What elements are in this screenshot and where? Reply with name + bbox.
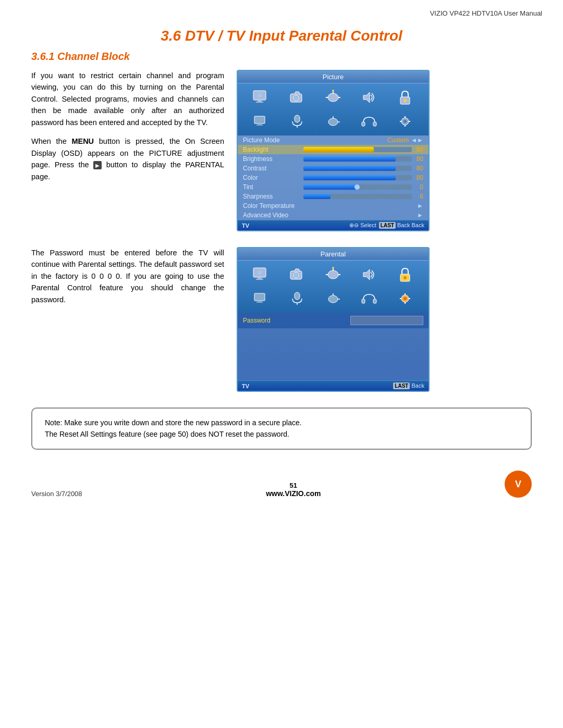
osd-screen-2: Parental <box>237 247 430 392</box>
paragraph2: When the MENU button is pressed, the On … <box>31 135 224 182</box>
svg-point-3 <box>258 93 262 97</box>
arrow-icon: ▶ <box>93 161 102 169</box>
svg-rect-49 <box>295 292 300 300</box>
osd1-icons-bottom <box>238 109 429 135</box>
svg-marker-12 <box>363 92 370 103</box>
osd2-footer-back-label: Back <box>412 382 424 389</box>
svg-point-14 <box>403 99 407 102</box>
svg-rect-16 <box>258 124 262 125</box>
svg-rect-47 <box>258 301 262 302</box>
osd2-spacer <box>238 328 429 380</box>
osd-icon-tv-small <box>250 112 273 131</box>
osd2-icon-lock <box>394 265 417 285</box>
svg-rect-33 <box>256 279 263 280</box>
osd2-icons-bottom <box>238 287 429 313</box>
main-content: 3.6 DTV / TV Input Parental Control 3.6.… <box>0 17 563 392</box>
osd1-row-advanced-video: Advanced Video ► <box>238 211 429 220</box>
svg-point-37 <box>295 274 298 277</box>
osd-icon-lock <box>394 88 417 107</box>
osd2-password-label: Password <box>243 317 350 324</box>
osd-screen-1: Picture <box>237 70 430 231</box>
osd-screen-1-container: Picture <box>237 70 532 231</box>
paragraph3: The Password must be entered before the … <box>31 247 224 305</box>
osd1-row-color: Color 80 <box>238 173 429 182</box>
osd-icon-dish-small <box>322 112 345 131</box>
osd2-icon-tv-small <box>250 289 273 309</box>
osd2-icons-top <box>238 261 429 287</box>
osd1-menu-body: Picture Mode Custom ◄► Backlight 80 <box>238 135 429 220</box>
osd2-icon-satellite <box>322 265 345 285</box>
osd1-icons-top <box>238 83 429 109</box>
svg-rect-1 <box>258 100 262 102</box>
svg-rect-2 <box>256 102 263 103</box>
osd1-footer: TV ⊕⊖ Select LAST Back Back <box>238 220 429 230</box>
svg-rect-24 <box>373 122 376 126</box>
svg-point-40 <box>332 267 334 269</box>
osd1-row-color-temp: Color Temperature ► <box>238 201 429 211</box>
manual-header: VIZIO VP422 HDTV10A User Manual <box>0 0 563 17</box>
para2-bold: MENU <box>71 137 94 145</box>
osd1-row-sharpness: Sharpness 6 <box>238 192 429 201</box>
svg-point-7 <box>328 93 338 102</box>
svg-rect-46 <box>254 293 265 301</box>
svg-point-20 <box>328 118 338 126</box>
osd2-icon-speaker <box>358 265 381 285</box>
osd1-footer-last-key: LAST <box>379 222 396 229</box>
osd1-row-picture-mode: Picture Mode Custom ◄► <box>238 135 429 145</box>
osd1-footer-select-label: Select <box>360 222 378 228</box>
manual-title: VIZIO VP422 HDTV10A User Manual <box>430 9 542 17</box>
osd2-footer-last-key: LAST <box>393 382 410 389</box>
svg-rect-55 <box>373 299 376 303</box>
osd1-footer-nav-icon: ⊕⊖ <box>349 222 359 228</box>
osd1-row-brightness: Brightness 80 <box>238 154 429 164</box>
osd-icon-satellite <box>322 88 345 107</box>
osd-icon-setup-small <box>394 112 417 131</box>
osd2-icon-camera <box>286 265 309 285</box>
svg-rect-48 <box>256 302 263 303</box>
svg-rect-18 <box>295 115 300 122</box>
svg-text:V: V <box>515 479 521 489</box>
svg-rect-32 <box>258 277 262 279</box>
svg-point-9 <box>332 90 334 92</box>
osd2-title: Parental <box>238 248 429 261</box>
note-text2: The Reset All Settings feature (see page… <box>45 430 289 438</box>
paragraph1: If you want to restrict certain channel … <box>31 70 224 128</box>
svg-point-51 <box>328 295 338 303</box>
osd2-icon-monitor <box>250 265 273 285</box>
osd2-icon-dish-small <box>322 289 345 309</box>
svg-marker-43 <box>363 269 370 280</box>
footer-version: Version 3/7/2008 <box>31 490 82 498</box>
osd1-row-contrast: Contrast 80 <box>238 164 429 173</box>
svg-point-34 <box>258 270 262 275</box>
section-title: 3.6.1 Channel Block <box>31 51 532 63</box>
osd1-row-tint: Tint 0 <box>238 182 429 192</box>
osd2-footer: TV LAST Back <box>238 380 429 391</box>
osd2-icon-mic-small <box>286 289 309 309</box>
text-column-1: If you want to restrict certain channel … <box>31 70 224 231</box>
osd2-password-input[interactable] <box>350 316 423 325</box>
svg-rect-17 <box>256 125 263 126</box>
osd-icon-camera <box>286 88 309 107</box>
footer-page-number: 51 <box>266 482 321 489</box>
osd2-icon-headphone-small <box>358 289 381 309</box>
osd-screen-2-container: Parental <box>237 247 532 392</box>
osd-icon-speaker <box>358 88 381 107</box>
osd1-footer-back-label: Back <box>397 222 410 228</box>
osd1-title: Picture <box>238 71 429 83</box>
osd2-icon-setup-small <box>394 289 417 309</box>
note-box: Note: Make sure you write down and store… <box>31 408 532 450</box>
second-section: The Password must be entered before the … <box>31 247 532 392</box>
text-column-2: The Password must be entered before the … <box>31 247 224 392</box>
svg-point-45 <box>403 276 407 279</box>
osd2-password-row: Password <box>238 313 429 328</box>
osd-icon-mic-small <box>286 112 309 131</box>
page-footer: Version 3/7/2008 51 www.VIZIO.com V <box>0 465 563 508</box>
note-text1: Note: Make sure you write down and store… <box>45 418 302 427</box>
svg-point-26 <box>403 120 407 123</box>
osd-icon-monitor <box>250 88 273 107</box>
page-title: 3.6 DTV / TV Input Parental Control <box>31 28 532 44</box>
svg-rect-54 <box>362 299 365 303</box>
osd-icon-headphone-small <box>358 112 381 131</box>
para2-before: When the <box>31 137 71 145</box>
svg-point-6 <box>295 96 298 100</box>
